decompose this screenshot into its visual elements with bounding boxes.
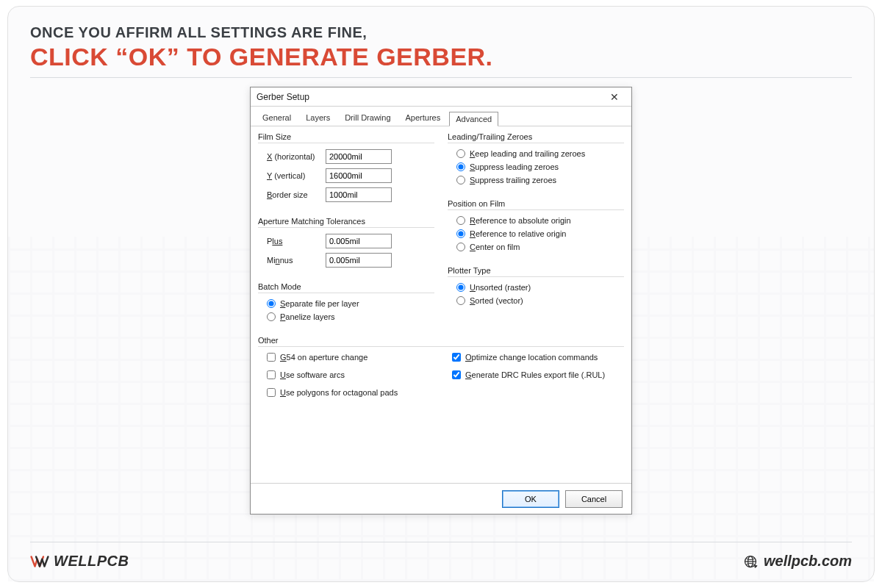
tab-general[interactable]: General xyxy=(257,111,297,126)
group-aperture-tolerances: Aperture Matching Tolerances Plus Minnus xyxy=(258,217,434,276)
film-size-y-input[interactable] xyxy=(326,168,392,183)
wellpcb-logo-icon xyxy=(30,553,49,570)
other-polygons-octagonal[interactable]: Use polygons for octagonal pads xyxy=(267,388,439,397)
other-g54[interactable]: G54 on aperture change xyxy=(267,353,439,362)
aperture-minus-label: Minnus xyxy=(267,256,326,265)
tab-drill-drawing[interactable]: Drill Drawing xyxy=(339,111,396,126)
batch-mode-panelize[interactable]: Panelize layers xyxy=(267,312,434,321)
group-zeroes-legend: Leading/Trailing Zeroes xyxy=(448,132,624,141)
zeroes-suppress-leading[interactable]: Suppress leading zeroes xyxy=(456,162,624,171)
headline-divider xyxy=(30,77,852,78)
other-optimize[interactable]: Optimize change location commands xyxy=(452,353,624,362)
film-size-border-input[interactable] xyxy=(326,187,392,202)
zeroes-suppress-leading-radio[interactable] xyxy=(456,162,465,171)
cancel-button[interactable]: Cancel xyxy=(565,490,623,508)
brand-site-text: wellpcb.com xyxy=(764,553,852,570)
position-relative[interactable]: Reference to relative origin xyxy=(456,229,624,238)
film-size-x-input[interactable] xyxy=(326,149,392,164)
gerber-setup-dialog: Gerber Setup ✕ General Layers Drill Draw… xyxy=(250,87,632,514)
aperture-plus-label: Plus xyxy=(267,237,326,245)
close-icon[interactable]: ✕ xyxy=(603,90,625,104)
zeroes-suppress-trailing-radio[interactable] xyxy=(456,176,465,184)
plotter-sorted[interactable]: Sorted (vector) xyxy=(456,296,624,305)
tab-layers[interactable]: Layers xyxy=(300,111,336,126)
plotter-unsorted[interactable]: Unsorted (raster) xyxy=(456,283,624,292)
group-zeroes: Leading/Trailing Zeroes Keep leading and… xyxy=(448,132,624,193)
zeroes-keep-radio[interactable] xyxy=(456,149,465,158)
zeroes-suppress-trailing[interactable]: Suppress trailing zeroes xyxy=(456,176,624,184)
other-g54-checkbox[interactable] xyxy=(267,353,276,362)
dialog-titlebar: Gerber Setup ✕ xyxy=(251,87,631,107)
group-position: Position on Film Reference to absolute o… xyxy=(448,199,624,260)
dialog-title: Gerber Setup xyxy=(257,92,603,102)
aperture-plus-input[interactable] xyxy=(326,234,392,248)
group-batch-mode-legend: Batch Mode xyxy=(258,282,434,291)
group-position-legend: Position on Film xyxy=(448,199,624,208)
tab-apertures[interactable]: Apertures xyxy=(400,111,447,126)
position-center-radio[interactable] xyxy=(456,243,465,251)
plotter-unsorted-radio[interactable] xyxy=(456,283,465,292)
film-size-border-label: Border size xyxy=(267,190,326,199)
other-software-arcs-checkbox[interactable] xyxy=(267,370,276,379)
aperture-minus-input[interactable] xyxy=(326,253,392,268)
other-software-arcs[interactable]: Use software arcs xyxy=(267,370,439,379)
headline: ONCE YOU AFFIRM ALL SETTINGS ARE FINE, C… xyxy=(30,24,852,87)
brand-name: WELLPCB xyxy=(54,553,129,570)
group-aperture-tolerances-legend: Aperture Matching Tolerances xyxy=(258,217,434,226)
position-relative-radio[interactable] xyxy=(456,229,465,238)
film-size-y-label: Y (vertical) xyxy=(267,171,326,180)
group-batch-mode: Batch Mode Separate file per layer Panel… xyxy=(258,282,434,330)
ok-button[interactable]: OK xyxy=(502,490,559,508)
group-film-size-legend: Film Size xyxy=(258,132,434,141)
zeroes-keep[interactable]: Keep leading and trailing zeroes xyxy=(456,149,624,158)
headline-sub: ONCE YOU AFFIRM ALL SETTINGS ARE FINE, xyxy=(30,24,852,41)
group-plotter-type: Plotter Type Unsorted (raster) Sorted (v… xyxy=(448,266,624,314)
group-film-size: Film Size X (horizontal) Y (vertical) xyxy=(258,132,434,211)
group-other: Other G54 on aperture change Optimize ch… xyxy=(258,336,624,406)
batch-mode-separate[interactable]: Separate file per layer xyxy=(267,299,434,308)
brand-site: wellpcb.com xyxy=(743,553,852,570)
position-center[interactable]: Center on film xyxy=(456,243,624,251)
batch-mode-panelize-radio[interactable] xyxy=(267,312,276,321)
headline-main: CLICK “OK” TO GENERATE GERBER. xyxy=(30,43,852,71)
brand-logo-block: WELLPCB xyxy=(30,553,129,570)
batch-mode-separate-radio[interactable] xyxy=(267,299,276,308)
other-generate-drc-checkbox[interactable] xyxy=(452,370,461,379)
tab-bar: General Layers Drill Drawing Apertures A… xyxy=(251,107,631,126)
other-polygons-octagonal-checkbox[interactable] xyxy=(267,388,276,397)
globe-icon xyxy=(743,554,758,569)
position-absolute-radio[interactable] xyxy=(456,216,465,225)
position-absolute[interactable]: Reference to absolute origin xyxy=(456,216,624,225)
dialog-buttonbar: OK Cancel xyxy=(251,483,631,514)
group-plotter-type-legend: Plotter Type xyxy=(448,266,624,275)
other-generate-drc[interactable]: Generate DRC Rules export file (.RUL) xyxy=(452,370,624,379)
group-other-legend: Other xyxy=(258,336,624,345)
other-optimize-checkbox[interactable] xyxy=(452,353,461,362)
plotter-sorted-radio[interactable] xyxy=(456,296,465,305)
tab-advanced[interactable]: Advanced xyxy=(449,112,498,126)
film-size-x-label: X (horizontal) xyxy=(267,152,326,161)
dialog-content: Film Size X (horizontal) Y (vertical) xyxy=(251,126,631,483)
